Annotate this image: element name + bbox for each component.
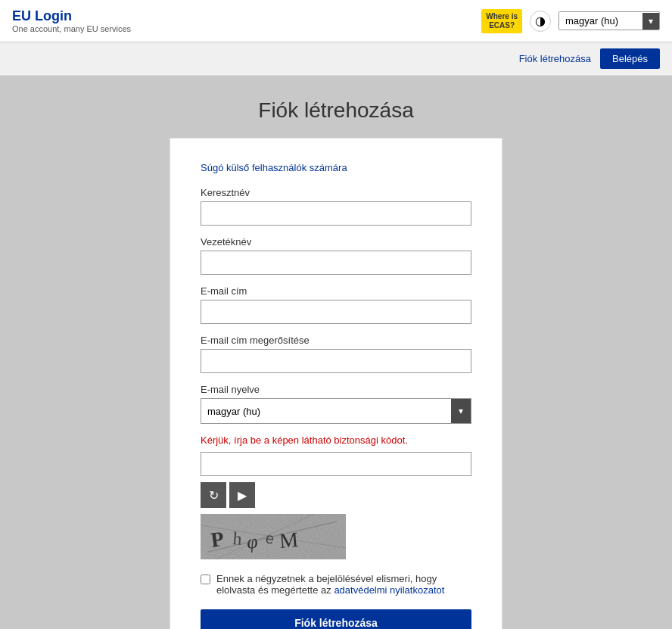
login-button[interactable]: Belépés [600, 48, 660, 69]
create-account-link[interactable]: Fiók létrehozása [519, 53, 591, 64]
privacy-checkbox-area: Ennek a négyzetnek a bejelölésével elism… [201, 573, 471, 596]
ecas-badge[interactable]: Where is ECAS? [481, 9, 522, 33]
chevron-down-icon: ▾ [459, 406, 463, 416]
email-lang-select[interactable]: magyar (hu) english (en) deutsch (de) fr… [201, 399, 451, 423]
email-confirm-group: E-mail cím megerősítése [201, 335, 471, 373]
first-name-input[interactable] [201, 201, 471, 226]
header-right: Where is ECAS? ◑ magyar (hu) english (en… [481, 9, 660, 33]
captcha-controls: ↻ ▶ [201, 482, 471, 508]
refresh-icon: ↻ [209, 488, 219, 503]
email-confirm-input[interactable] [201, 349, 471, 373]
email-lang-dropdown-button[interactable]: ▾ [451, 399, 471, 423]
language-dropdown-button[interactable]: ▾ [642, 13, 659, 30]
captcha-refresh-button[interactable]: ↻ [201, 482, 226, 508]
captcha-image: P h φ e M [201, 514, 346, 559]
email-lang-group: E-mail nyelve magyar (hu) english (en) d… [201, 384, 471, 424]
captcha-group: Kérjük, írja be a képen látható biztonsá… [201, 434, 471, 559]
language-selector[interactable]: magyar (hu) english (en) deutsch (de) fr… [558, 11, 660, 30]
page-title: Fiók létrehozása [258, 98, 413, 123]
email-confirm-label: E-mail cím megerősítése [201, 335, 471, 346]
language-select-input[interactable]: magyar (hu) english (en) deutsch (de) fr… [559, 12, 642, 30]
form-card: Súgó külső felhasználók számára Keresztn… [170, 138, 502, 629]
email-lang-label: E-mail nyelve [201, 384, 471, 395]
last-name-input[interactable] [201, 251, 471, 275]
first-name-group: Keresztnév [201, 187, 471, 226]
contrast-icon: ◑ [535, 14, 546, 28]
logo: EU Login One account, many EU services [12, 8, 131, 33]
help-link[interactable]: Súgó külső felhasználók számára [201, 162, 347, 173]
captcha-input[interactable] [201, 452, 471, 476]
privacy-policy-link[interactable]: adatvédelmi nyilatkozatot [334, 584, 444, 596]
chevron-down-icon: ▾ [649, 16, 653, 26]
nav-bar: Fiók létrehozása Belépés [0, 42, 672, 76]
captcha-label: Kérjük, írja be a képen látható biztonsá… [201, 434, 471, 446]
logo-title: EU Login [12, 8, 131, 24]
email-input[interactable] [201, 300, 471, 324]
logo-subtitle: One account, many EU services [12, 24, 131, 33]
header: EU Login One account, many EU services W… [0, 0, 672, 42]
last-name-label: Vezetéknév [201, 236, 471, 248]
main-content: Fiók létrehozása Súgó külső felhasználók… [0, 76, 672, 629]
contrast-toggle-button[interactable]: ◑ [530, 11, 551, 32]
last-name-group: Vezetéknév [201, 236, 471, 275]
email-group: E-mail cím [201, 285, 471, 324]
first-name-label: Keresztnév [201, 187, 471, 198]
privacy-checkbox-text: Ennek a négyzetnek a bejelölésével elism… [216, 573, 471, 596]
email-lang-select-wrapper[interactable]: magyar (hu) english (en) deutsch (de) fr… [201, 398, 471, 424]
privacy-checkbox[interactable] [201, 575, 210, 584]
captcha-play-button[interactable]: ▶ [229, 482, 255, 508]
create-account-button[interactable]: Fiók létrehozása [201, 609, 471, 629]
play-icon: ▶ [238, 488, 247, 503]
email-label: E-mail cím [201, 285, 471, 297]
